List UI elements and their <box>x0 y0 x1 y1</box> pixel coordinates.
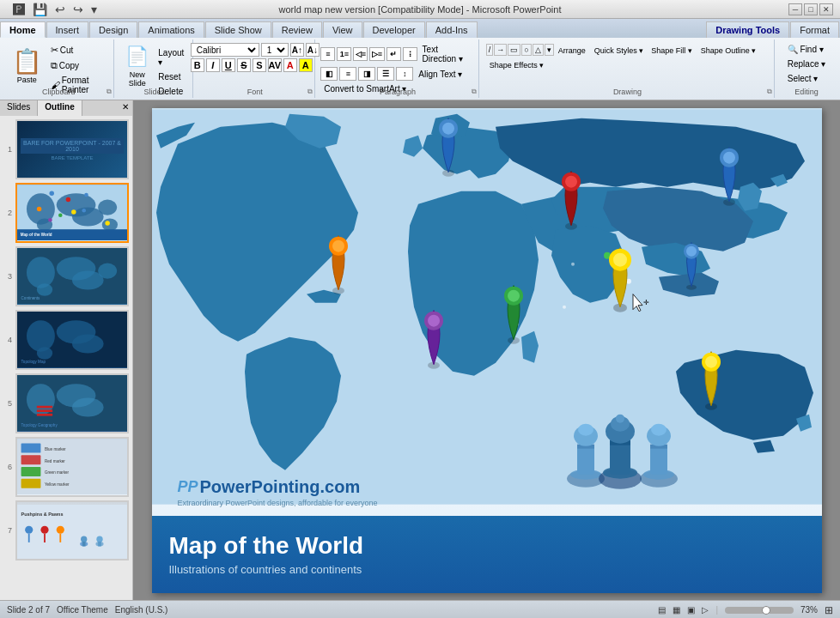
tab-drawing-tools: Drawing Tools <box>706 21 789 38</box>
slide-thumb-3[interactable]: Continents <box>15 246 129 306</box>
drawing-label: Drawing <box>481 88 774 96</box>
slide-thumb-7[interactable]: Pushpins & Pawns <box>15 500 129 560</box>
font-name-select[interactable]: Calibri <box>191 43 259 57</box>
title-bar: 🅿 💾 ↩ ↪ ▾ world map new version [Compati… <box>0 0 840 19</box>
panel-tab-outline[interactable]: Outline <box>38 100 82 116</box>
slide-thumb-5[interactable]: Topology Geography <box>15 373 129 433</box>
thumb-4-map: Topology Map <box>17 312 127 368</box>
align-center-btn[interactable]: ≡ <box>339 67 356 81</box>
align-text-btn[interactable]: Align Text ▾ <box>415 68 466 81</box>
tab-review[interactable]: Review <box>272 21 322 38</box>
cut-button[interactable]: ✂ Cut <box>47 43 109 58</box>
tab-animations[interactable]: Animations <box>138 21 204 38</box>
select-btn[interactable]: Select ▾ <box>784 72 822 85</box>
shape-effects-btn[interactable]: Shape Effects ▾ <box>486 59 547 71</box>
slide-thumb-2[interactable]: Map of the World <box>15 183 129 243</box>
justify-btn[interactable]: ☰ <box>377 67 394 81</box>
shape-oval[interactable]: ○ <box>521 44 531 56</box>
slide-title: Map of the World <box>169 532 805 560</box>
strikethrough-btn[interactable]: S <box>237 58 251 72</box>
zoom-thumb[interactable] <box>762 606 770 615</box>
new-slide-button[interactable]: 📄 <box>121 43 153 70</box>
panel-close-btn[interactable]: ✕ <box>119 100 132 116</box>
slide-canvas[interactable]: ✛ <box>152 108 822 593</box>
bold-btn[interactable]: B <box>191 58 204 72</box>
redo-btn[interactable]: ↪ <box>70 2 86 17</box>
layout-button[interactable]: Layout ▾ <box>155 46 187 69</box>
dropdown-btn[interactable]: ▾ <box>88 2 100 17</box>
shadow-btn[interactable]: S <box>253 58 266 72</box>
svg-rect-42 <box>21 467 41 476</box>
reset-button[interactable]: Reset <box>155 70 187 83</box>
text-direction-btn[interactable]: Text Direction ▾ <box>419 43 475 65</box>
increase-indent-btn[interactable]: ▷≡ <box>369 47 384 61</box>
svg-point-50 <box>25 526 33 534</box>
view-reading-btn[interactable]: ▣ <box>687 605 695 615</box>
decrease-indent-btn[interactable]: ◁≡ <box>353 47 368 61</box>
linesp-btn[interactable]: ↕ <box>396 67 413 81</box>
svg-point-52 <box>40 526 48 534</box>
bullets-btn[interactable]: ≡ <box>320 47 335 61</box>
save-btn[interactable]: 💾 <box>30 2 50 17</box>
fontcolor-btn[interactable]: A <box>283 58 297 72</box>
shape-triangle[interactable]: △ <box>533 44 544 56</box>
italic-btn[interactable]: I <box>206 58 220 72</box>
highlight-btn[interactable]: A <box>299 58 313 72</box>
svg-point-5 <box>98 199 117 215</box>
view-slideshow-btn[interactable]: ▷ <box>702 605 709 615</box>
tab-insert[interactable]: Insert <box>46 21 89 38</box>
svg-rect-41 <box>21 455 41 464</box>
clipboard-expand[interactable]: ⧉ <box>107 88 112 96</box>
slide-thumb-6[interactable]: Blue marker Red marker Green marker Yell… <box>15 437 129 497</box>
shape-rect[interactable]: ▭ <box>508 44 520 56</box>
view-slide-sorter-btn[interactable]: ▦ <box>673 605 680 615</box>
watermark-pp: PP <box>178 478 198 496</box>
quick-styles-btn[interactable]: Quick Styles ▾ <box>591 45 648 57</box>
zoom-slider[interactable] <box>725 607 794 614</box>
tab-design[interactable]: Design <box>89 21 137 38</box>
undo-btn[interactable]: ↩ <box>52 2 68 17</box>
shape-arrow[interactable]: → <box>494 44 507 56</box>
copy-button[interactable]: ⧉ Copy <box>47 58 109 73</box>
group-editing: 🔍 Find ▾ Replace ▾ Select ▾ Editing <box>776 39 837 98</box>
underline-btn[interactable]: U <box>222 58 235 72</box>
numbering-btn[interactable]: 1≡ <box>337 47 351 61</box>
close-btn[interactable]: ✕ <box>819 3 833 15</box>
slides-label: Slides <box>116 88 192 96</box>
minimize-btn[interactable]: ─ <box>788 3 802 15</box>
tab-home[interactable]: Home <box>0 21 46 38</box>
group-paragraph: ≡ 1≡ ◁≡ ▷≡ ↵ ⫶ Text Direction ▾ ◧ ≡ ◨ ☰ … <box>317 39 478 98</box>
svg-text:Blue marker: Blue marker <box>45 447 66 451</box>
slide-num-4: 4 <box>3 336 12 344</box>
tab-format[interactable]: Format <box>790 21 839 38</box>
increase-font-btn[interactable]: A↑ <box>290 43 304 57</box>
shape-fill-btn[interactable]: Shape Fill ▾ <box>648 45 696 57</box>
shape-more[interactable]: ▾ <box>545 44 554 56</box>
svg-rect-43 <box>21 479 41 488</box>
slide-thumb-1[interactable]: BARE FOR POWERPOINT - 2007 & 2010 BARE T… <box>15 119 129 179</box>
columns-btn[interactable]: ⫶ <box>403 47 417 61</box>
shape-line[interactable]: / <box>486 44 494 56</box>
font-size-select[interactable]: 18 <box>261 43 289 57</box>
zoom-fit-btn[interactable]: ⊞ <box>825 604 833 616</box>
panel-tab-slides[interactable]: Slides <box>0 100 38 116</box>
slide-thumb-4[interactable]: Topology Map <box>15 310 129 370</box>
shape-outline-btn[interactable]: Shape Outline ▾ <box>697 45 760 57</box>
align-right-btn[interactable]: ◨ <box>358 67 375 81</box>
maximize-btn[interactable]: □ <box>804 3 818 15</box>
paragraph-expand[interactable]: ⧉ <box>472 88 477 96</box>
rtl-btn[interactable]: ↵ <box>387 47 401 61</box>
tab-slideshow[interactable]: Slide Show <box>205 21 271 38</box>
arrange-btn[interactable]: Arrange <box>555 45 589 57</box>
drawing-expand[interactable]: ⧉ <box>767 88 772 96</box>
align-left-btn[interactable]: ◧ <box>320 67 338 81</box>
tab-view[interactable]: View <box>323 21 362 38</box>
paste-button[interactable]: 📋Paste <box>9 43 46 88</box>
view-normal-btn[interactable]: ▤ <box>658 605 666 615</box>
replace-btn[interactable]: Replace ▾ <box>784 58 829 70</box>
tab-developer[interactable]: Developer <box>363 21 425 38</box>
charspacing-btn[interactable]: AV <box>268 58 282 72</box>
find-btn[interactable]: 🔍 Find ▾ <box>784 43 827 56</box>
tab-addins[interactable]: Add-Ins <box>426 21 478 38</box>
font-expand[interactable]: ⧉ <box>307 88 313 96</box>
